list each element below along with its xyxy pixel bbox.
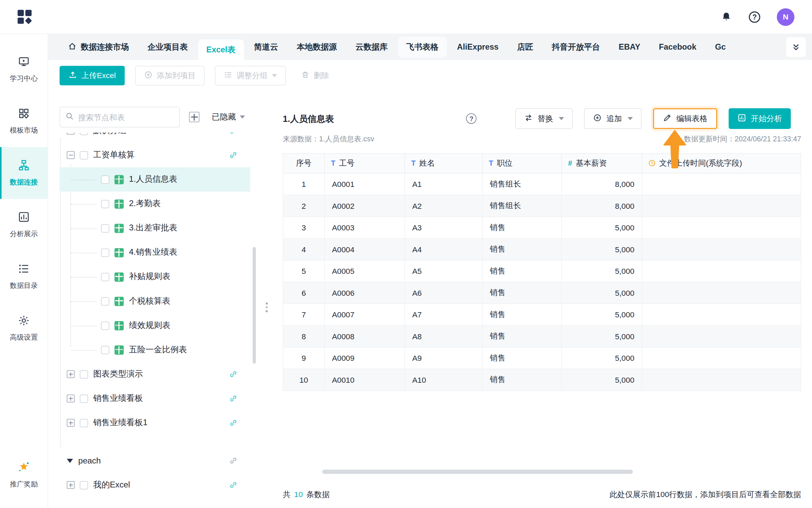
notifications-bell-icon[interactable] [720,11,732,23]
edit-table-button[interactable]: 编辑表格 [653,108,718,129]
trash-icon [301,71,309,81]
sidebar-item-data-connection[interactable]: 数据连接 [0,147,48,199]
workspace: 已隐藏 默认分组 [48,91,812,508]
page-title: 1.人员信息表 [283,113,334,125]
expand-icon[interactable] [67,419,75,427]
tree-group-row-sales-board-1[interactable]: 销售业绩看板1 [60,411,250,435]
tree-group-row-my-excel[interactable]: 我的Excel [60,473,250,497]
search-input[interactable] [78,113,181,122]
tree-scrollbar[interactable] [253,247,256,364]
tab-dianjiang[interactable]: 店匠 [509,34,542,60]
tab-cloud-database[interactable]: 云数据库 [347,34,396,60]
checkbox[interactable] [101,224,109,232]
table-row: 8A0008A8销售5,000 [283,326,801,347]
table-row: 4A0004A4销售5,000 [283,239,801,261]
table-row: 5A0005A5销售5,000 [283,260,801,282]
reward-star-icon [17,461,30,475]
sidebar-item-promotion-reward[interactable]: 推广奖励 [0,449,48,501]
checkbox[interactable] [101,297,109,305]
tab-facebook[interactable]: Facebook [651,34,705,60]
preview-note: 此处仅展示前100行数据，添加到项目后可查看全部数据 [610,490,801,500]
add-to-project-button[interactable]: 添加到项目 [135,66,204,85]
tree-search [60,107,180,128]
tree-group-row[interactable]: 默认分组 [60,132,250,143]
tab-feishu-sheets[interactable]: 飞书表格 [398,37,447,58]
tab-google[interactable]: Gc [707,34,734,60]
checkbox[interactable] [101,175,109,183]
more-tabs-chevrons-icon[interactable] [786,37,805,57]
adjust-group-icon [224,71,232,81]
upload-excel-button[interactable]: 上传Excel [60,66,125,85]
tab-bar: 数据连接市场 企业项目表 Excel表 简道云 本地数据源 云数据库 飞书表格 … [48,34,812,60]
checkbox[interactable] [80,419,88,427]
table-help-icon[interactable]: ? [466,113,477,124]
horizontal-scrollbar[interactable] [322,470,633,474]
tab-douyin-open-platform[interactable]: 抖音开放平台 [544,34,608,60]
link-icon [229,370,238,379]
table-header-cell: 序号 [283,154,325,173]
tree-table-row[interactable]: 五险一金比例表 [60,338,250,362]
checkbox[interactable] [80,151,88,159]
sidebar-item-advanced-settings[interactable]: 高级设置 [0,302,48,354]
tab-excel[interactable]: Excel表 [198,39,244,60]
tab-ebay[interactable]: EBAY [610,34,648,60]
chevron-down-icon [272,74,277,77]
help-icon[interactable]: ? [749,11,760,23]
sidebar-item-learning-center[interactable]: 学习中心 [0,43,48,95]
hidden-filter-dropdown[interactable]: 已隐藏 [212,112,245,123]
replace-button[interactable]: 替换 [515,108,573,129]
tree-table-row[interactable]: 绩效规则表 [60,313,250,338]
text-type-icon: T [331,159,335,167]
checkbox[interactable] [101,200,109,208]
expand-icon[interactable] [67,481,75,489]
tree-table-row[interactable]: 2.考勤表 [60,192,250,216]
checkbox[interactable] [101,272,109,281]
collapse-icon[interactable] [67,132,75,135]
tree-table-row[interactable]: 3.出差审批表 [60,216,250,240]
tab-enterprise-projects[interactable]: 企业项目表 [139,34,196,60]
tree-table-row-selected[interactable]: 1.人员信息表 [60,167,250,192]
collapse-icon[interactable] [67,151,75,159]
table-icon [114,199,124,208]
sidebar-item-data-catalog[interactable]: 数据目录 [0,251,48,302]
checkbox[interactable] [80,132,88,135]
tab-local-datasource[interactable]: 本地数据源 [289,34,345,60]
text-type-icon: T [411,159,416,167]
checkbox[interactable] [101,321,109,330]
sidebar-item-template-market[interactable]: 模板市场 [0,95,48,147]
table-row: 6A0006A6销售5,000 [283,282,801,304]
tree-table-row[interactable]: 4.销售业绩表 [60,240,250,265]
sidebar-item-label: 模板市场 [10,126,38,135]
start-analysis-button[interactable]: 开始分析 [729,108,791,129]
expand-all-icon[interactable] [189,112,199,122]
checkbox[interactable] [101,248,109,256]
circle-plus-icon [144,71,153,81]
delete-button[interactable]: 删除 [296,66,334,85]
tree-table-row[interactable]: 补贴规则表 [60,265,250,289]
sidebar-item-analysis-display[interactable]: 分析展示 [0,199,48,251]
circle-plus-icon [593,113,602,124]
tree-table-row[interactable]: 个税核算表 [60,289,250,313]
adjust-group-button[interactable]: 调整分组 [215,66,286,85]
table-row: 1A0001A1销售组长8,000 [283,173,801,195]
tab-data-market[interactable]: 数据连接市场 [60,34,137,60]
checkbox[interactable] [80,394,88,403]
avatar[interactable]: N [777,8,794,25]
append-button[interactable]: 追加 [584,108,642,129]
expand-icon[interactable] [67,370,75,378]
tree-group-row-payroll[interactable]: 工资单核算 [60,143,250,167]
home-icon [68,42,77,53]
app-logo-icon[interactable] [17,10,32,24]
caret-down-icon[interactable] [67,459,73,463]
tree-folder-row-peach[interactable]: peach [60,448,250,473]
tab-aliexpress[interactable]: AliExpress [449,34,507,60]
tree-group-row-chart-demo[interactable]: 图表类型演示 [60,362,250,386]
text-type-icon: T [489,159,493,167]
checkbox[interactable] [80,481,88,489]
table-header-cell: 文件上传时间(系统字段) [642,154,801,173]
checkbox[interactable] [101,346,109,354]
expand-icon[interactable] [67,395,75,403]
checkbox[interactable] [80,370,88,378]
tab-jiandaoyun[interactable]: 简道云 [246,34,287,60]
tree-group-row-sales-board[interactable]: 销售业绩看板 [60,386,250,411]
